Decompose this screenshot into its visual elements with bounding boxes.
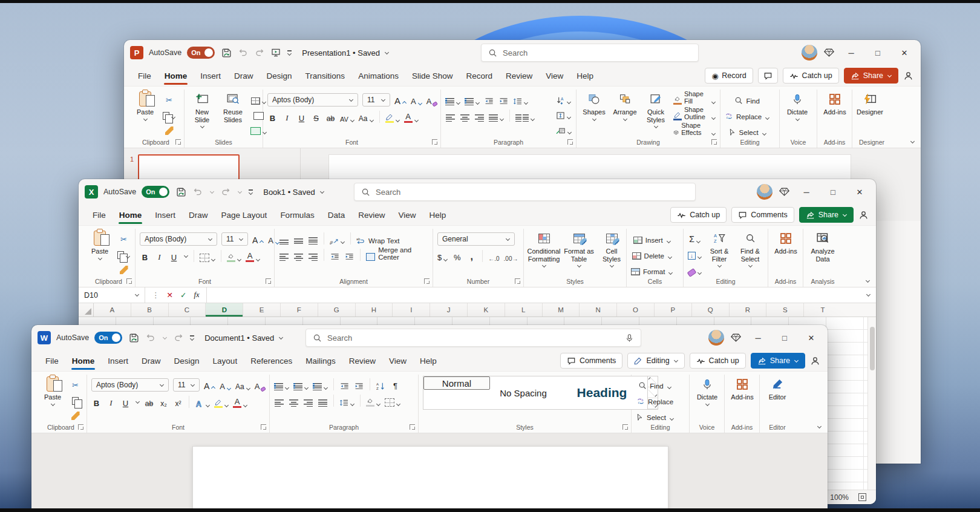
save-icon[interactable] (221, 48, 232, 58)
tab-review[interactable]: Review (499, 65, 539, 86)
reuse-slides-button[interactable]: Reuse Slides (220, 91, 246, 123)
line-spacing-button[interactable] (513, 93, 528, 105)
align-center-button[interactable] (293, 249, 304, 261)
clipboard-dialog-launcher[interactable] (126, 278, 132, 284)
column-header[interactable]: S (766, 303, 804, 317)
align-left-button[interactable] (445, 110, 456, 122)
text-direction-button[interactable] (555, 93, 572, 105)
change-case-button[interactable]: Aa (235, 379, 250, 391)
arrange-button[interactable]: Arrange (612, 91, 638, 122)
share-button[interactable]: Share (751, 353, 805, 369)
minimize-button[interactable]: ─ (841, 42, 861, 63)
autosave-toggle[interactable]: On (94, 332, 122, 344)
tab-insert[interactable]: Insert (194, 65, 227, 86)
customize-qat-chevron[interactable] (249, 189, 253, 194)
replace-button[interactable]: Replace (636, 393, 674, 405)
tab-view[interactable]: View (539, 65, 570, 86)
tab-help[interactable]: Help (413, 350, 443, 371)
collapse-ribbon-chevron[interactable] (817, 424, 822, 428)
middle-align-button[interactable] (293, 232, 304, 245)
underline-button[interactable]: U (296, 111, 307, 123)
insert-function-button[interactable]: fx (194, 290, 199, 300)
bold-button[interactable]: B (140, 250, 150, 262)
shrink-font-button[interactable]: A (220, 379, 231, 391)
font-color-button[interactable]: A (246, 250, 260, 262)
user-avatar[interactable] (802, 45, 817, 61)
decrease-decimal-button[interactable]: .00→ (504, 250, 518, 262)
paragraph-dialog-launcher[interactable] (567, 139, 573, 145)
justify-button[interactable] (489, 110, 504, 122)
top-align-button[interactable] (279, 232, 289, 245)
column-header[interactable]: F (281, 303, 318, 317)
font-dialog-launcher[interactable] (261, 424, 266, 430)
select-button[interactable]: Select (725, 124, 769, 136)
subscript-button[interactable]: x₂ (158, 396, 169, 408)
copy-button[interactable] (70, 393, 80, 405)
format-painter-button[interactable] (70, 408, 80, 420)
font-size-select[interactable]: 11 (362, 93, 390, 107)
shape-fill-button[interactable]: Shape Fill (673, 93, 716, 105)
dictate-button[interactable]: Dictate (694, 376, 720, 407)
text-highlight-button[interactable] (385, 111, 400, 123)
tab-file[interactable]: File (39, 350, 65, 371)
cut-button[interactable]: ✂ (117, 232, 130, 244)
styles-dialog-launcher[interactable] (622, 424, 628, 430)
column-header-active[interactable]: D (206, 303, 243, 317)
tab-formulas[interactable]: Formulas (273, 205, 321, 225)
font-color-button[interactable]: A (233, 396, 247, 408)
catch-up-button[interactable]: Catch up (690, 353, 746, 369)
replace-button[interactable]: Replace (725, 108, 769, 120)
column-header[interactable]: A (94, 303, 131, 317)
powerpoint-app-icon[interactable]: P (130, 46, 143, 59)
tab-mailings[interactable]: Mailings (299, 350, 342, 371)
insert-cells-button[interactable]: Insert (631, 232, 673, 244)
close-button[interactable]: ✕ (894, 42, 915, 63)
style-no-spacing[interactable]: No Spacing (490, 376, 557, 409)
increase-indent-button[interactable] (344, 249, 354, 261)
fit-to-window-icon[interactable] (858, 493, 866, 501)
name-box-options-icon[interactable]: ⋮ (152, 290, 160, 300)
font-dialog-launcher[interactable] (432, 139, 437, 145)
designer-button[interactable]: Designer (857, 91, 883, 116)
addins-button[interactable]: Add-ins (822, 91, 848, 116)
document-title[interactable]: Book1 • Saved (263, 188, 324, 197)
paste-button[interactable]: Paste (39, 376, 66, 407)
shrink-font-button[interactable]: A (411, 94, 422, 106)
justify-button[interactable] (318, 395, 328, 407)
superscript-button[interactable]: x² (173, 396, 183, 408)
strikethrough-button[interactable]: ab (325, 111, 336, 123)
underline-chevron[interactable] (136, 399, 140, 403)
fill-button[interactable]: ↓ (688, 248, 702, 260)
shape-effects-button[interactable]: Shape Effects (673, 124, 716, 136)
undo-chevron[interactable] (163, 335, 167, 339)
bullets-button[interactable] (445, 93, 460, 105)
accounting-format-button[interactable]: $ (437, 250, 448, 262)
zoom-level[interactable]: 100% (830, 493, 849, 502)
align-text-button[interactable] (555, 108, 572, 120)
redo-chevron[interactable] (238, 189, 242, 193)
align-right-button[interactable] (308, 249, 318, 261)
find-button[interactable]: Find (636, 378, 674, 390)
clipboard-dialog-launcher[interactable] (78, 424, 83, 430)
tab-view[interactable]: View (382, 350, 413, 371)
quick-styles-button[interactable]: Quick Styles (642, 91, 669, 129)
new-slide-button[interactable]: New Slide (189, 91, 215, 129)
tab-data[interactable]: Data (321, 205, 352, 225)
align-left-button[interactable] (274, 395, 284, 407)
column-header[interactable]: G (318, 303, 356, 317)
vertical-scrollbar[interactable] (867, 317, 876, 490)
italic-button[interactable]: I (282, 111, 292, 123)
dictate-button[interactable]: Dictate (784, 91, 811, 122)
merge-center-button[interactable]: Merge and Center (366, 249, 428, 261)
character-spacing-button[interactable]: AV (340, 111, 354, 123)
minimize-button[interactable]: ─ (796, 182, 817, 202)
tab-animations[interactable]: Animations (351, 65, 405, 86)
align-left-button[interactable] (279, 249, 289, 261)
redo-icon[interactable] (221, 187, 230, 197)
word-app-icon[interactable]: W (38, 331, 51, 344)
collapse-ribbon-chevron[interactable] (910, 139, 915, 143)
tab-design[interactable]: Design (260, 65, 299, 86)
share-button[interactable]: Share (799, 207, 854, 223)
drawing-dialog-launcher[interactable] (711, 139, 717, 145)
font-name-select[interactable]: Aptos (Body) (91, 378, 169, 392)
